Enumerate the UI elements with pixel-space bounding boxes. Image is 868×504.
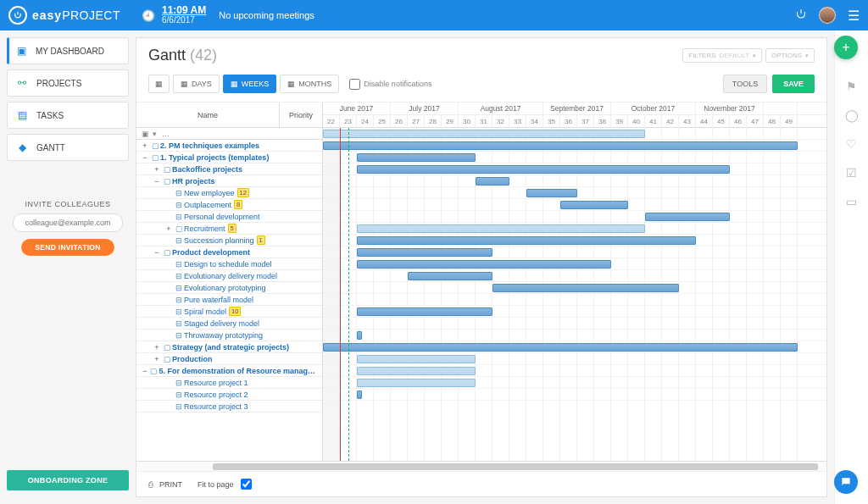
gantt-bar[interactable]: [357, 379, 476, 387]
tree-row[interactable]: ⊟Resource project 2: [136, 389, 322, 401]
week-header[interactable]: 32: [492, 115, 509, 128]
tree-row[interactable]: ⊟Spiral model10: [136, 306, 322, 318]
gantt-bar[interactable]: [357, 153, 476, 162]
week-header[interactable]: 36: [560, 115, 577, 128]
week-header[interactable]: 24: [357, 115, 374, 128]
week-header[interactable]: 42: [662, 115, 679, 128]
gantt-bar[interactable]: [323, 130, 645, 138]
calendar-today-button[interactable]: ▦: [148, 75, 170, 93]
gantt-bar[interactable]: [560, 201, 628, 209]
menu-icon[interactable]: ☰: [848, 8, 860, 24]
tree-row[interactable]: ⊟Staged delivery model: [136, 318, 322, 330]
check-icon[interactable]: ☑: [846, 166, 857, 180]
tree-row[interactable]: ⊟Succession planning1: [136, 235, 322, 246]
save-button[interactable]: SAVE: [772, 75, 815, 93]
week-header[interactable]: 48: [764, 115, 781, 128]
week-header[interactable]: 38: [594, 115, 611, 128]
zoom-months-button[interactable]: ▦ MONTHS: [280, 75, 339, 93]
tree-row[interactable]: +▢Strategy (and strategic projects): [136, 341, 322, 353]
user-avatar[interactable]: [819, 7, 836, 24]
nav-projects[interactable]: ⚯ PROJECTS: [7, 69, 129, 97]
tree-row[interactable]: ⊟Pure waterfall model: [136, 294, 322, 306]
onboarding-button[interactable]: ONBOARDING ZONE: [7, 470, 129, 490]
filters-select[interactable]: FILTERS DEFAULT ▾: [682, 48, 762, 63]
week-header[interactable]: 27: [408, 115, 425, 128]
week-header[interactable]: 22: [323, 115, 340, 128]
week-header[interactable]: 41: [645, 115, 662, 128]
week-header[interactable]: 37: [577, 115, 594, 128]
gantt-bar[interactable]: [357, 307, 492, 316]
options-select[interactable]: OPTIONS ▾: [765, 48, 815, 63]
tree-row[interactable]: +▢Production: [136, 353, 322, 365]
gantt-bar[interactable]: [408, 272, 492, 280]
toggle-icon[interactable]: +: [152, 165, 162, 174]
week-header[interactable]: 39: [611, 115, 628, 128]
week-header[interactable]: 47: [747, 115, 764, 128]
toggle-icon[interactable]: −: [152, 248, 162, 257]
bulb-icon[interactable]: ♡: [846, 137, 857, 151]
week-header[interactable]: 25: [374, 115, 391, 128]
fit-to-page-checkbox[interactable]: [241, 479, 252, 490]
toggle-icon[interactable]: +: [164, 224, 174, 233]
week-header[interactable]: 43: [679, 115, 696, 128]
help-chat-fab[interactable]: [834, 470, 858, 494]
week-header[interactable]: 28: [425, 115, 442, 128]
tree-row[interactable]: ⊟Design to schedule model: [136, 258, 322, 270]
tree-row[interactable]: −▢1. Typical projects (templates): [136, 152, 322, 163]
send-invitation-button[interactable]: SEND INVITATION: [21, 239, 114, 256]
week-header[interactable]: 44: [696, 115, 713, 128]
col-name-header[interactable]: Name: [136, 102, 280, 127]
meeting-status[interactable]: No upcoming meetings: [219, 10, 314, 20]
chat-icon[interactable]: ▭: [846, 195, 857, 208]
print-icon[interactable]: ⎙: [148, 480, 153, 489]
toggle-icon[interactable]: −: [140, 153, 150, 162]
week-header[interactable]: 26: [391, 115, 408, 128]
tree-row[interactable]: ⊟Outplacement8: [136, 199, 322, 211]
gantt-bar[interactable]: [357, 355, 476, 363]
gantt-bar[interactable]: [476, 177, 509, 186]
gantt-timeline[interactable]: June 2017July 2017August 2017September 2…: [323, 102, 826, 461]
week-header[interactable]: 29: [442, 115, 459, 128]
zoom-weeks-button[interactable]: ▦ WEEKS: [223, 75, 277, 93]
flag-icon[interactable]: ⚑: [846, 80, 857, 93]
week-header[interactable]: 31: [476, 115, 492, 128]
week-header[interactable]: 23: [340, 115, 357, 128]
user-icon[interactable]: ◯: [845, 108, 859, 122]
toggle-icon[interactable]: +: [152, 343, 162, 352]
disable-notifications-checkbox[interactable]: [349, 79, 360, 90]
gantt-bar[interactable]: [357, 390, 362, 399]
gantt-bar[interactable]: [357, 367, 476, 375]
tree-row[interactable]: ⊟Resource project 1: [136, 377, 322, 389]
print-label[interactable]: PRINT: [159, 480, 182, 489]
toggle-icon[interactable]: −: [152, 177, 162, 186]
tree-row[interactable]: +▢Backoffice projects: [136, 163, 322, 175]
sort-row[interactable]: ▣ ▾ …: [136, 128, 322, 140]
week-header[interactable]: 34: [526, 115, 543, 128]
toggle-icon[interactable]: +: [140, 141, 150, 150]
tree-row[interactable]: ⊟Throwaway prototyping: [136, 330, 322, 341]
gantt-bar[interactable]: [357, 248, 492, 257]
gantt-bar[interactable]: [357, 236, 696, 245]
tree-row[interactable]: ⊟New employee12: [136, 187, 322, 199]
zoom-days-button[interactable]: ▦ DAYS: [173, 75, 220, 93]
tools-button[interactable]: TOOLS: [723, 75, 767, 93]
week-header[interactable]: 33: [509, 115, 526, 128]
week-header[interactable]: 49: [781, 115, 798, 128]
tree-row[interactable]: −▢5. For demonstration of Resource manag…: [136, 365, 322, 377]
tree-row[interactable]: −▢Product development: [136, 246, 322, 258]
disable-notifications-toggle[interactable]: Disable notifications: [349, 79, 431, 90]
gantt-bar[interactable]: [357, 224, 645, 233]
week-header[interactable]: 35: [543, 115, 560, 128]
gantt-bar[interactable]: [357, 165, 730, 174]
toggle-icon[interactable]: −: [140, 367, 149, 375]
week-header[interactable]: 30: [459, 115, 476, 128]
brand-logo[interactable]: easyPROJECT: [8, 6, 120, 25]
gantt-bar[interactable]: [645, 213, 730, 221]
tree-row[interactable]: ⊟Personal development: [136, 211, 322, 223]
tree-row[interactable]: ⊟Evolutionary prototyping: [136, 282, 322, 294]
gantt-bar[interactable]: [526, 189, 577, 197]
nav-tasks[interactable]: ▤ TASKS: [7, 102, 129, 129]
gantt-bar[interactable]: [492, 284, 679, 292]
gantt-bar[interactable]: [357, 331, 362, 340]
gantt-bar[interactable]: [323, 343, 798, 352]
